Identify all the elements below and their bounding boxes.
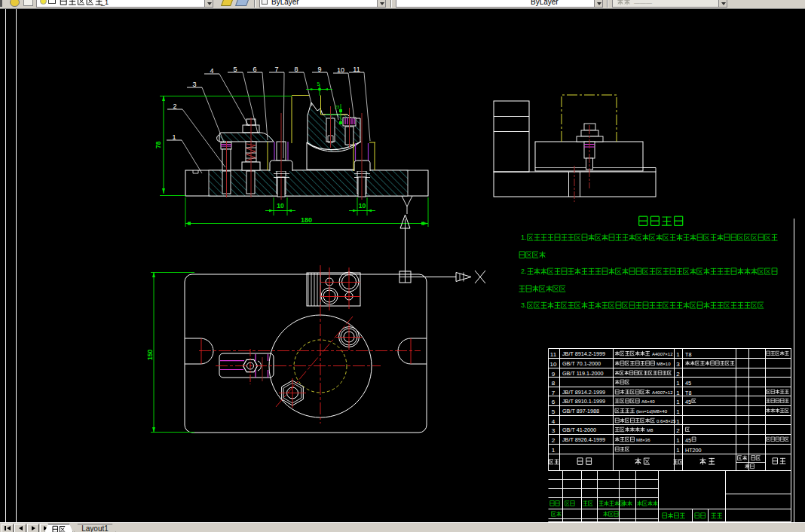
svg-text:1: 1 <box>676 447 680 454</box>
svg-text:180: 180 <box>301 216 312 224</box>
svg-text:1: 1 <box>172 133 176 141</box>
svg-text:45: 45 <box>685 380 691 387</box>
svg-text:9: 9 <box>317 66 321 73</box>
svg-text:3: 3 <box>552 427 556 434</box>
svg-text:150: 150 <box>146 350 154 360</box>
svg-text:10: 10 <box>277 202 284 209</box>
svg-text:JB/T 8914.2-1999: JB/T 8914.2-1999 <box>562 389 605 396</box>
svg-text:11: 11 <box>550 351 557 358</box>
svg-text:2: 2 <box>173 102 176 110</box>
svg-text:A4007×12: A4007×12 <box>652 352 673 356</box>
svg-text:1.: 1. <box>521 234 527 241</box>
svg-text:A4007×12: A4007×12 <box>652 390 673 395</box>
svg-text:1: 1 <box>676 380 680 387</box>
svg-text:M8×10: M8×10 <box>657 362 671 366</box>
svg-text:7: 7 <box>552 390 556 396</box>
svg-text:(bm=1d)M8×40: (bm=1d)M8×40 <box>636 409 668 414</box>
svg-text:8: 8 <box>294 66 298 73</box>
svg-text:2: 2 <box>676 371 680 378</box>
svg-text:5: 5 <box>552 408 556 415</box>
svg-text:10: 10 <box>550 361 557 368</box>
svg-text:78: 78 <box>155 141 162 148</box>
svg-text:2: 2 <box>676 427 680 434</box>
svg-text:3: 3 <box>676 361 680 368</box>
svg-text:T8: T8 <box>685 351 691 358</box>
svg-text:GB/T 70.1-2000: GB/T 70.1-2000 <box>562 360 601 367</box>
svg-text:GB/T 119.1-2000: GB/T 119.1-2000 <box>562 370 603 377</box>
svg-text:9: 9 <box>552 371 556 378</box>
svg-text:7: 7 <box>274 66 278 73</box>
svg-text:A6×40: A6×40 <box>641 399 655 404</box>
svg-text:1: 1 <box>676 351 680 358</box>
svg-text:3.: 3. <box>521 301 527 309</box>
svg-text:11: 11 <box>353 66 360 73</box>
svg-text:5: 5 <box>233 66 237 73</box>
svg-text:1: 1 <box>676 390 680 396</box>
svg-text:45: 45 <box>685 437 691 444</box>
svg-text:2.: 2. <box>521 268 527 275</box>
svg-text:GB/T 897-1988: GB/T 897-1988 <box>562 408 599 414</box>
svg-text:3: 3 <box>192 81 196 88</box>
svg-text:JB/T 8926.4-1999: JB/T 8926.4-1999 <box>562 436 605 443</box>
svg-text:1: 1 <box>676 437 680 444</box>
svg-text:0.6×8×25: 0.6×8×25 <box>657 419 676 423</box>
svg-text:10: 10 <box>359 202 366 209</box>
svg-text:1: 1 <box>676 408 680 415</box>
svg-text:M8: M8 <box>647 428 653 433</box>
svg-text:45: 45 <box>685 399 691 405</box>
svg-text:1: 1 <box>676 418 680 425</box>
svg-text:JB/T 8910.1-1999: JB/T 8910.1-1999 <box>562 398 605 405</box>
svg-text:5: 5 <box>317 81 320 87</box>
svg-text:10: 10 <box>337 66 344 74</box>
svg-text:4: 4 <box>552 418 556 425</box>
svg-text:4: 4 <box>210 67 213 75</box>
svg-text:23: 23 <box>335 105 339 109</box>
svg-text:1: 1 <box>552 447 556 454</box>
svg-text:8: 8 <box>552 380 556 387</box>
svg-text:6: 6 <box>552 399 556 405</box>
svg-text:HT200: HT200 <box>685 447 702 454</box>
svg-text:1: 1 <box>676 399 680 405</box>
svg-text:6: 6 <box>253 66 256 73</box>
svg-text:2: 2 <box>552 437 556 444</box>
svg-text:GB/T 41-2000: GB/T 41-2000 <box>562 427 596 433</box>
svg-text:JB/T 8914.2-1999: JB/T 8914.2-1999 <box>562 350 605 357</box>
svg-text:T8: T8 <box>685 390 691 396</box>
svg-text:M8×36: M8×36 <box>636 438 650 442</box>
